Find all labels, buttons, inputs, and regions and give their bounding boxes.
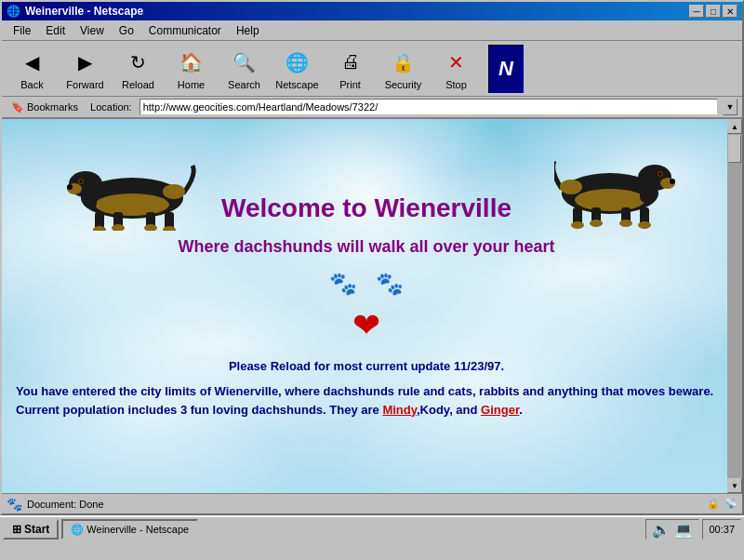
paw-icon-1: 🐾 (329, 271, 357, 296)
taskbar-tray: 🔊 💻 (645, 519, 699, 540)
svg-point-1 (95, 193, 169, 216)
description: You have entered the city limits of Wien… (2, 382, 731, 419)
svg-point-16 (163, 184, 185, 199)
comma-kody: ,Kody (417, 403, 449, 417)
bookmarks-label: Bookmarks (27, 101, 78, 113)
menu-file[interactable]: File (6, 22, 38, 39)
reload-icon: ↻ (124, 47, 153, 77)
search-icon: 🔍 (230, 47, 259, 77)
heart-icon: ❤ (352, 306, 380, 344)
svg-point-6 (80, 180, 83, 183)
svg-point-23 (659, 173, 662, 176)
taskbar-netscape-item[interactable]: 🌐 Weinerville - Netscape (61, 519, 198, 540)
netscape-logo: N (488, 45, 524, 93)
dog-right (554, 142, 675, 231)
netscape-icon: 🌐 (283, 47, 312, 77)
start-button[interactable]: ⊞ Start (3, 519, 59, 540)
content-area: Welcome to Wienerville Where dachshunds … (2, 119, 731, 493)
svg-point-4 (67, 184, 73, 190)
welcome-title: Welcome to Wienerville (221, 193, 512, 223)
toolbar: ◀ Back ▶ Forward ↻ Reload 🏠 Home 🔍 Searc… (2, 41, 742, 97)
svg-point-30 (590, 220, 603, 227)
security-button[interactable]: 🔒 Security (378, 45, 429, 93)
back-icon: ◀ (18, 47, 47, 77)
title-bar-icon: 🌐 (7, 5, 20, 18)
print-button[interactable]: 🖨 Print (325, 45, 376, 93)
browser-window: 🌐 Weinerville - Netscape ─ □ ✕ File Edit… (0, 0, 744, 515)
taskbar-netscape-icon: 🌐 (71, 524, 84, 536)
back-label: Back (20, 79, 43, 90)
status-right: 🔒 📡 (707, 498, 737, 510)
tray-icon-2: 💻 (674, 521, 693, 539)
content-wrapper: Welcome to Wienerville Where dachshunds … (2, 119, 742, 493)
home-button[interactable]: 🏠 Home (166, 45, 217, 93)
menu-help[interactable]: Help (229, 22, 267, 39)
and-text: , and (449, 403, 477, 417)
scroll-up-button[interactable]: ▲ (727, 119, 742, 134)
menu-bar: File Edit View Go Communicator Help (2, 20, 742, 41)
status-bar: 🐾 Document: Done 🔒 📡 (2, 493, 742, 513)
reload-label: Reload (122, 79, 154, 90)
forward-label: Forward (66, 79, 103, 90)
title-bar-controls: ─ □ ✕ (689, 5, 737, 18)
dog-left (67, 147, 197, 231)
svg-point-33 (560, 180, 582, 194)
home-label: Home (178, 79, 205, 90)
location-input[interactable] (140, 99, 718, 115)
netscape-button[interactable]: 🌐 Netscape (272, 45, 323, 93)
svg-point-21 (670, 179, 675, 184)
search-label: Search (228, 79, 260, 90)
nav-scroll-button[interactable]: ▼ (723, 99, 737, 115)
svg-point-31 (619, 220, 632, 227)
menu-edit[interactable]: Edit (38, 22, 73, 39)
status-text: Document: Done (27, 499, 702, 510)
scroll-track (727, 134, 742, 478)
start-label: Start (24, 523, 49, 536)
menu-communicator[interactable]: Communicator (141, 22, 229, 39)
stop-button[interactable]: ✕ Stop (431, 45, 482, 93)
search-button[interactable]: 🔍 Search (219, 45, 270, 93)
svg-point-29 (571, 221, 584, 229)
window-title: Weinerville - Netscape (25, 5, 143, 18)
netscape-label: Netscape (275, 79, 318, 90)
clock-display: 00:37 (709, 524, 735, 535)
tray-icon-1: 🔊 (652, 521, 671, 539)
menu-view[interactable]: View (73, 22, 112, 39)
print-icon: 🖨 (336, 47, 365, 77)
menu-go[interactable]: Go (112, 22, 141, 39)
scroll-down-button[interactable]: ▼ (727, 478, 742, 493)
svg-point-32 (638, 221, 651, 229)
heart: ❤ (352, 306, 380, 345)
description-text: You have entered the city limits of Wien… (16, 384, 713, 417)
close-button[interactable]: ✕ (723, 5, 737, 18)
taskbar-netscape-label: Weinerville - Netscape (86, 524, 189, 535)
bookmark-icon: 🔖 (11, 101, 24, 113)
nav-bar: 🔖 Bookmarks Location: ▼ (2, 97, 742, 119)
windows-icon: ⊞ (12, 523, 21, 536)
scroll-thumb[interactable] (728, 135, 741, 163)
paw-icon-2: 🐾 (376, 271, 404, 296)
back-button[interactable]: ◀ Back (7, 45, 58, 93)
svg-point-18 (575, 189, 645, 211)
period: . (519, 403, 523, 417)
scrollbar: ▲ ▼ (727, 119, 742, 493)
title-bar: 🌐 Weinerville - Netscape ─ □ ✕ (2, 2, 742, 20)
stop-icon: ✕ (442, 47, 472, 77)
connection-icon: 📡 (724, 498, 737, 510)
update-notice: Please Reload for most current update 11… (229, 359, 504, 373)
taskbar: ⊞ Start 🌐 Weinerville - Netscape 🔊 💻 00:… (0, 515, 744, 541)
security-icon: 🔒 (389, 47, 418, 77)
bookmarks-button[interactable]: 🔖 Bookmarks (7, 100, 83, 114)
security-status-icon: 🔒 (707, 498, 720, 510)
mindy-link[interactable]: Mindy (382, 403, 417, 417)
minimize-button[interactable]: ─ (689, 5, 704, 18)
ginger-link[interactable]: Ginger (481, 403, 519, 417)
maximize-button[interactable]: □ (706, 5, 721, 18)
security-label: Security (385, 79, 422, 90)
forward-icon: ▶ (71, 47, 100, 77)
forward-button[interactable]: ▶ Forward (60, 45, 111, 93)
print-label: Print (339, 79, 361, 90)
location-label: Location: (87, 100, 135, 113)
reload-button[interactable]: ↻ Reload (113, 45, 164, 93)
paw-prints: 🐾 🐾 (329, 271, 404, 297)
